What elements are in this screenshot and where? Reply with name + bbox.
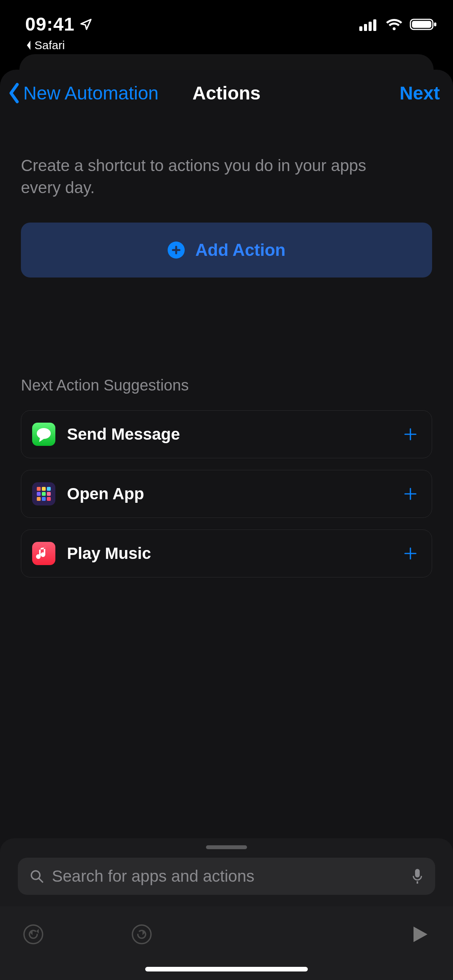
location-arrow-icon <box>79 18 93 31</box>
svg-rect-9 <box>172 249 180 251</box>
nav-back-button[interactable]: New Automation <box>8 82 159 104</box>
search-icon <box>29 869 44 884</box>
svg-rect-0 <box>359 26 362 31</box>
svg-rect-19 <box>37 497 41 501</box>
nav-next-label: Next <box>400 83 440 103</box>
suggestion-row-play-music[interactable]: Play Music <box>21 529 432 577</box>
svg-rect-6 <box>434 22 436 26</box>
svg-rect-3 <box>373 19 376 31</box>
plus-icon <box>403 546 418 561</box>
svg-rect-15 <box>47 487 51 491</box>
intro-text: Create a shortcut to actions you do in y… <box>21 155 393 199</box>
apple-music-icon <box>32 542 55 565</box>
search-placeholder: Search for apps and actions <box>52 867 403 886</box>
suggestion-label: Play Music <box>67 544 389 563</box>
actions-sheet: New Automation Actions Next Create a sho… <box>0 70 453 980</box>
suggestions-list: Send Message Open App <box>21 410 432 577</box>
navbar: New Automation Actions Next <box>0 70 453 116</box>
plus-icon <box>403 427 418 442</box>
suggestion-label: Send Message <box>67 425 389 444</box>
add-suggestion-button[interactable] <box>401 544 420 563</box>
svg-rect-26 <box>415 869 420 877</box>
suggestion-label: Open App <box>67 485 389 503</box>
apps-grid-icon <box>32 482 55 505</box>
page-title: Actions <box>192 82 261 104</box>
svg-rect-17 <box>42 492 46 496</box>
nav-back-label: New Automation <box>23 82 159 104</box>
svg-rect-2 <box>369 22 372 31</box>
svg-point-11 <box>37 428 51 439</box>
chevron-left-icon <box>8 82 22 103</box>
svg-point-24 <box>132 925 151 944</box>
status-bar-right <box>359 14 438 35</box>
messages-app-icon <box>32 423 55 446</box>
back-caret-icon <box>25 39 32 51</box>
svg-rect-18 <box>47 492 51 496</box>
dictation-button[interactable] <box>411 868 424 884</box>
home-indicator[interactable] <box>145 967 308 971</box>
play-button[interactable] <box>408 923 431 946</box>
add-suggestion-button[interactable] <box>401 484 420 504</box>
wifi-icon <box>385 18 403 31</box>
svg-rect-13 <box>37 487 41 491</box>
svg-rect-5 <box>412 21 431 28</box>
undo-button[interactable] <box>22 923 45 946</box>
svg-rect-16 <box>37 492 41 496</box>
search-field[interactable]: Search for apps and actions <box>18 858 435 895</box>
undo-icon <box>22 923 44 945</box>
svg-rect-21 <box>47 497 51 501</box>
status-time: 09:41 <box>25 14 75 35</box>
add-action-label: Add Action <box>196 240 286 260</box>
add-suggestion-button[interactable] <box>401 425 420 444</box>
suggestion-row-send-message[interactable]: Send Message <box>21 410 432 458</box>
svg-point-23 <box>24 925 43 944</box>
search-panel[interactable]: Search for apps and actions <box>0 838 453 906</box>
sheet-grabber[interactable] <box>206 845 247 849</box>
add-action-button[interactable]: Add Action <box>21 223 432 278</box>
svg-rect-1 <box>364 24 367 31</box>
breadcrumb-back-to-app[interactable]: Safari <box>25 39 93 52</box>
svg-point-25 <box>31 871 40 879</box>
play-icon <box>410 924 430 944</box>
breadcrumb-app-label: Safari <box>34 39 65 52</box>
plus-circle-icon <box>168 242 185 259</box>
status-bar: 09:41 Safari <box>0 0 453 50</box>
redo-button[interactable] <box>130 923 153 946</box>
suggestion-row-open-app[interactable]: Open App <box>21 470 432 518</box>
status-time-row: 09:41 <box>25 14 93 35</box>
status-bar-left: 09:41 Safari <box>25 14 93 52</box>
battery-icon <box>410 18 438 31</box>
svg-rect-20 <box>42 497 46 501</box>
microphone-icon <box>411 868 424 884</box>
svg-rect-14 <box>42 487 46 491</box>
redo-icon <box>131 923 153 945</box>
plus-icon <box>403 487 418 501</box>
suggestions-heading: Next Action Suggestions <box>21 377 432 394</box>
cellular-icon <box>359 18 379 31</box>
nav-next-button[interactable]: Next <box>400 82 440 104</box>
